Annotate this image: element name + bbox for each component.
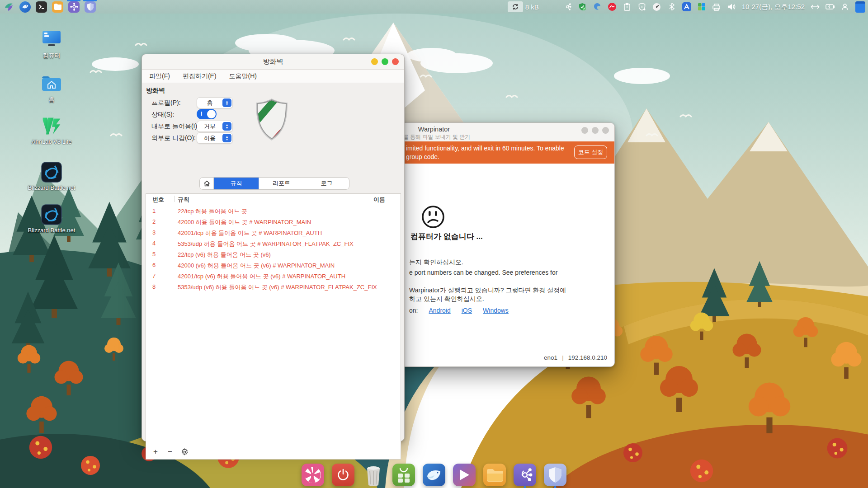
- folder-icon: [483, 464, 506, 486]
- clipboard-tray-icon[interactable]: [623, 2, 632, 11]
- download-links-row: on: Android iOS Windows: [409, 307, 509, 314]
- table-row[interactable]: 122/tcp 허용 들어옴 어느 곳: [146, 206, 401, 216]
- system-tray: 8 kB: [508, 0, 865, 14]
- incoming-dropdown[interactable]: 거부 ▲▼: [197, 121, 233, 132]
- desktop-icon-ahnlab-v3[interactable]: AhnLab V3 Lite: [24, 116, 79, 145]
- dock-item-whale-browser[interactable]: [423, 464, 445, 486]
- empty-state-heading: 컴퓨터가 없습니다 ...: [410, 231, 483, 242]
- section-title: 방화벽: [146, 87, 165, 95]
- table-row[interactable]: 45353/udp 허용 들어옴 어느 곳 # WARPINATOR_FLATP…: [146, 238, 401, 249]
- menu-help[interactable]: 도움말(H): [229, 72, 257, 80]
- dock-item-files[interactable]: [483, 464, 506, 486]
- links-prefix: on:: [409, 307, 418, 314]
- warpinator-tray-icon[interactable]: [563, 2, 572, 11]
- col-rule: 규칙: [178, 196, 189, 204]
- home-tab[interactable]: [200, 178, 213, 189]
- firewall-launcher-icon[interactable]: [85, 1, 96, 13]
- dock-item-candy[interactable]: [302, 464, 324, 486]
- close-button[interactable]: [602, 127, 609, 134]
- firewall-titlebar[interactable]: 방화벽: [142, 54, 404, 70]
- battery-icon[interactable]: [826, 2, 835, 11]
- incoming-label: 내부로 들어옴(I):: [151, 122, 199, 131]
- desktop-icon-battlenet-2[interactable]: Blizzard Battle.net: [24, 204, 79, 234]
- trash-icon: [362, 464, 385, 486]
- minimize-button[interactable]: [371, 58, 378, 65]
- net-speed-applet[interactable]: 8 kB: [508, 1, 539, 12]
- warpinator-launcher-icon[interactable]: [68, 1, 80, 13]
- empty-state-line-a: 는지 확인하십시오.: [409, 258, 463, 267]
- gauge-tray-icon[interactable]: [652, 2, 661, 11]
- swirl-tray-icon[interactable]: [593, 2, 602, 11]
- dock-item-warpinator[interactable]: [514, 464, 536, 486]
- dock-item-trash[interactable]: [362, 464, 385, 486]
- maximize-button[interactable]: [382, 58, 388, 65]
- desktop-icon-home[interactable]: 홈: [24, 73, 79, 104]
- dock-item-media-player[interactable]: [453, 464, 476, 486]
- tab-rules[interactable]: 규칙: [213, 178, 259, 189]
- dock-item-firewall[interactable]: [544, 464, 566, 486]
- firewall-menubar: 파일(F) 편집하기(E) 도움말(H): [142, 70, 404, 83]
- desktop-icon-computer[interactable]: 컴퓨터: [24, 29, 79, 60]
- menu-file[interactable]: 파일(F): [149, 72, 170, 80]
- table-row[interactable]: 85353/udp (v6) 허용 들어옴 어느 곳 (v6) # WARPIN…: [146, 282, 401, 292]
- top-panel: 8 kB: [0, 0, 868, 14]
- red-badge-tray-icon[interactable]: [608, 2, 617, 11]
- minimize-button[interactable]: [581, 127, 588, 134]
- table-header: 번호 규칙 이름: [146, 194, 401, 204]
- status-toggle[interactable]: I: [197, 109, 217, 119]
- firewall-window: 방화벽 파일(F) 편집하기(E) 도움말(H) 방화벽 프로필(P): 홈 ▲…: [142, 54, 405, 441]
- add-rule-button[interactable]: +: [151, 447, 160, 457]
- remove-rule-button[interactable]: −: [165, 447, 175, 457]
- volume-tray-icon[interactable]: [727, 2, 736, 11]
- profile-dropdown[interactable]: 홈 ▲▼: [197, 97, 233, 108]
- maximize-button[interactable]: [592, 127, 599, 134]
- clock[interactable]: 10-27(금), 오후12:52: [742, 3, 805, 11]
- set-group-code-button[interactable]: 코드 설정: [574, 145, 607, 159]
- table-row[interactable]: 342001/tcp 허용 들어옴 어느 곳 # WARPINATOR_AUTH: [146, 227, 401, 238]
- v3-shield-tray-icon[interactable]: [578, 2, 587, 11]
- android-link[interactable]: Android: [429, 307, 450, 314]
- spinner-arrows-icon: ▲▼: [222, 99, 231, 107]
- menu-icon[interactable]: [3, 1, 14, 13]
- desktop-icon-battlenet-1[interactable]: Blizzard Battle.net: [24, 162, 79, 191]
- windows-link[interactable]: Windows: [483, 307, 509, 314]
- user-icon[interactable]: [840, 2, 849, 11]
- rules-toolbar: + −: [146, 445, 401, 460]
- menu-edit[interactable]: 편집하기(E): [183, 72, 217, 80]
- home-folder-icon: [41, 73, 62, 94]
- ios-link[interactable]: iOS: [462, 307, 472, 314]
- table-row[interactable]: 522/tcp (v6) 허용 들어옴 어느 곳 (v6): [146, 249, 401, 260]
- files-icon[interactable]: [52, 1, 63, 13]
- net-arrows-icon[interactable]: [811, 2, 820, 11]
- close-button[interactable]: [392, 58, 399, 65]
- bluetooth-tray-icon[interactable]: [667, 2, 676, 11]
- printer-tray-icon[interactable]: [712, 2, 721, 11]
- empty-state-line-c: Warpinator가 실행되고 있습니까? 그렇다면 환경 설정에: [409, 286, 566, 295]
- table-row[interactable]: 742001/tcp (v6) 허용 들어옴 어느 곳 (v6) # WARPI…: [146, 271, 401, 282]
- firewall-shield-icon: [544, 464, 566, 486]
- software-grid-icon: [392, 464, 415, 486]
- rule-settings-button[interactable]: [179, 447, 189, 457]
- shield-info-tray-icon[interactable]: [637, 2, 646, 11]
- table-row[interactable]: 642000 (v6) 허용 들어옴 어느 곳 (v6) # WARPINATO…: [146, 260, 401, 271]
- whale-browser-icon[interactable]: [19, 1, 31, 13]
- running-dot: [554, 486, 557, 488]
- warpinator-statusbar: eno1 | 192.168.0.210: [544, 354, 607, 361]
- ahnlab-a-tray-icon[interactable]: [682, 2, 691, 11]
- running-indicator-firewall: [83, 0, 97, 1]
- outgoing-label: 외부로 나감(O):: [151, 134, 196, 142]
- workspace-switcher[interactable]: [855, 1, 865, 13]
- running-indicator-warpinator: [67, 0, 80, 1]
- ip-address: 192.168.0.210: [568, 354, 607, 361]
- dock-item-software[interactable]: [392, 464, 415, 486]
- tab-log[interactable]: 로그: [304, 178, 349, 189]
- empty-state-line-d: 하고 있는지 확인하십시오.: [409, 295, 484, 303]
- rules-table[interactable]: 번호 규칙 이름 122/tcp 허용 들어옴 어느 곳 242000 허용 들…: [146, 193, 401, 446]
- dock-item-power[interactable]: [332, 464, 354, 486]
- tab-report[interactable]: 리포트: [259, 178, 304, 189]
- outgoing-dropdown[interactable]: 허용 ▲▼: [197, 132, 233, 144]
- terminal-icon[interactable]: [36, 1, 47, 13]
- mosaic-tray-icon[interactable]: [697, 2, 706, 11]
- table-row[interactable]: 242000 허용 들어옴 어느 곳 # WARPINATOR_MAIN: [146, 216, 401, 227]
- interface-name: eno1: [544, 354, 557, 361]
